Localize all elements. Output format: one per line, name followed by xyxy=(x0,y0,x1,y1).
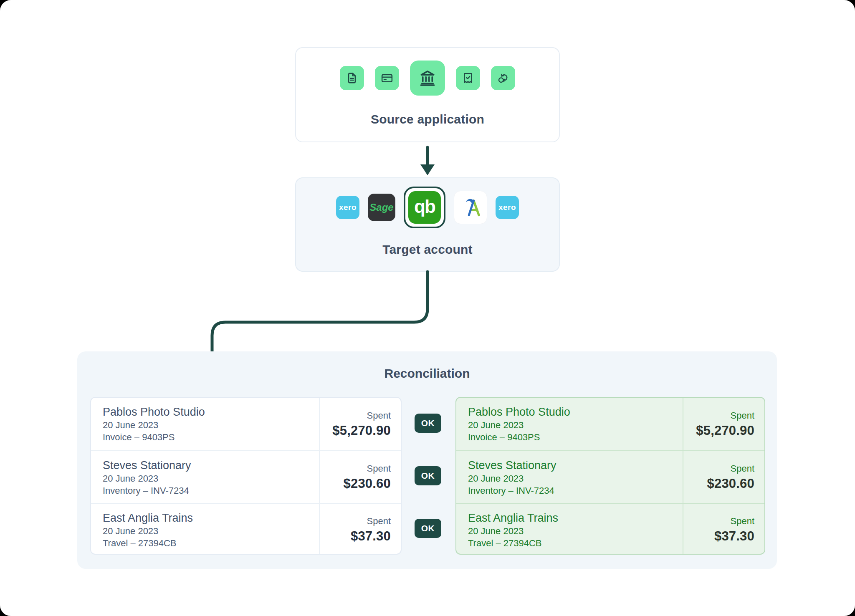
transaction-description-cell: Steves Stationary 20 June 2023 Inventory… xyxy=(91,451,319,503)
transaction-date: 20 June 2023 xyxy=(468,525,683,537)
ok-cell: OK xyxy=(415,397,441,449)
transaction-date: 20 June 2023 xyxy=(468,419,683,431)
down-arrow xyxy=(417,145,438,177)
merchant-name: East Anglia Trains xyxy=(468,511,683,525)
document-icon xyxy=(346,72,358,84)
transaction-amount-cell: Spent $230.60 xyxy=(319,451,401,503)
transaction-description-cell: Pablos Photo Studio 20 June 2023 Invoice… xyxy=(456,398,683,450)
match-status-column: OK OK OK xyxy=(415,397,441,555)
source-icon-row xyxy=(340,61,515,96)
table-row: Steves Stationary 20 June 2023 Inventory… xyxy=(456,450,764,503)
bank-tile[interactable] xyxy=(410,61,445,96)
table-row: East Anglia Trains 20 June 2023 Travel –… xyxy=(456,503,764,555)
document-tile[interactable] xyxy=(340,66,364,90)
xero-logo-label: xero xyxy=(339,203,357,212)
spent-amount: $37.30 xyxy=(714,529,754,544)
spent-amount: $5,270.90 xyxy=(332,423,391,438)
transaction-date: 20 June 2023 xyxy=(103,525,319,537)
ok-button[interactable]: OK xyxy=(415,414,441,433)
spent-amount: $37.30 xyxy=(351,529,391,544)
sync-icon xyxy=(497,72,509,84)
spent-amount: $230.60 xyxy=(344,476,391,491)
merchant-name: Steves Stationary xyxy=(468,458,683,472)
transaction-amount-cell: Spent $37.30 xyxy=(319,504,401,555)
transaction-description-cell: East Anglia Trains 20 June 2023 Travel –… xyxy=(456,504,683,555)
bank-icon xyxy=(419,69,436,87)
table-row: Steves Stationary 20 June 2023 Inventory… xyxy=(91,450,401,503)
spent-label: Spent xyxy=(731,463,755,474)
reconciliation-panel: Reconciliation Pablos Photo Studio 20 Ju… xyxy=(77,351,777,569)
transaction-reference: Invoice – 9403PS xyxy=(103,431,319,443)
xero-logo[interactable]: xero xyxy=(496,196,519,219)
target-logo-row: xero Sage qb xero xyxy=(336,186,519,229)
spent-amount: $230.60 xyxy=(707,476,754,491)
ok-cell: OK xyxy=(415,502,441,555)
spent-label: Spent xyxy=(367,410,391,421)
spent-label: Spent xyxy=(367,516,391,527)
table-row: Pablos Photo Studio 20 June 2023 Invoice… xyxy=(456,398,764,450)
transaction-reference: Travel – 27394CB xyxy=(103,537,319,549)
xero-logo-label: xero xyxy=(498,203,516,212)
merchant-name: Pablos Photo Studio xyxy=(468,405,683,419)
source-application-card: Source application xyxy=(295,47,560,142)
target-card-title: Target account xyxy=(382,242,473,257)
transaction-date: 20 June 2023 xyxy=(468,472,683,485)
xero-logo[interactable]: xero xyxy=(336,196,359,219)
matched-transactions-table: Pablos Photo Studio 20 June 2023 Invoice… xyxy=(455,397,765,555)
table-row: Pablos Photo Studio 20 June 2023 Invoice… xyxy=(91,398,401,450)
transaction-amount-cell: Spent $5,270.90 xyxy=(319,398,401,450)
transaction-description-cell: Pablos Photo Studio 20 June 2023 Invoice… xyxy=(91,398,319,450)
transaction-amount-cell: Spent $230.60 xyxy=(683,451,764,503)
table-row: East Anglia Trains 20 June 2023 Travel –… xyxy=(91,503,401,555)
merchant-name: East Anglia Trains xyxy=(103,511,319,525)
merchant-name: Pablos Photo Studio xyxy=(103,405,319,419)
receipt-tile[interactable] xyxy=(456,66,480,90)
transaction-description-cell: Steves Stationary 20 June 2023 Inventory… xyxy=(456,451,683,503)
quickbooks-logo-label: qb xyxy=(414,196,435,217)
quickbooks-logo-selected[interactable]: qb xyxy=(404,187,445,228)
sync-tile[interactable] xyxy=(491,66,515,90)
ok-button[interactable]: OK xyxy=(415,519,441,538)
source-card-title: Source application xyxy=(371,112,484,126)
transaction-description-cell: East Anglia Trains 20 June 2023 Travel –… xyxy=(91,504,319,555)
quickbooks-logo: qb xyxy=(408,191,441,224)
transaction-amount-cell: Spent $37.30 xyxy=(683,504,764,555)
spent-label: Spent xyxy=(731,516,755,527)
transaction-date: 20 June 2023 xyxy=(103,472,319,485)
credit-card-icon xyxy=(381,72,393,84)
transaction-date: 20 June 2023 xyxy=(103,419,319,431)
sage-logo[interactable]: Sage xyxy=(368,194,395,221)
ok-button[interactable]: OK xyxy=(415,466,441,485)
transaction-reference: Travel – 27394CB xyxy=(468,537,683,549)
page: Source application xero Sage qb xyxy=(0,0,855,616)
sage-logo-label: Sage xyxy=(369,202,393,213)
transaction-reference: Inventory – INV-7234 xyxy=(468,485,683,497)
spent-amount: $5,270.90 xyxy=(696,423,754,438)
source-transactions-table: Pablos Photo Studio 20 June 2023 Invoice… xyxy=(90,397,402,555)
transaction-amount-cell: Spent $5,270.90 xyxy=(683,398,764,450)
reconciliation-title: Reconciliation xyxy=(77,366,777,381)
ok-cell: OK xyxy=(415,449,441,502)
transaction-reference: Invoice – 9403PS xyxy=(468,431,683,443)
spent-label: Spent xyxy=(731,410,755,421)
freeagent-logo[interactable] xyxy=(454,191,487,224)
credit-card-tile[interactable] xyxy=(375,66,399,90)
merchant-name: Steves Stationary xyxy=(103,458,319,472)
freeagent-icon xyxy=(460,197,481,218)
transaction-reference: Inventory – INV-7234 xyxy=(103,485,319,497)
target-account-card: xero Sage qb xero Targ xyxy=(295,177,560,272)
spent-label: Spent xyxy=(367,463,391,474)
receipt-check-icon xyxy=(462,72,474,84)
